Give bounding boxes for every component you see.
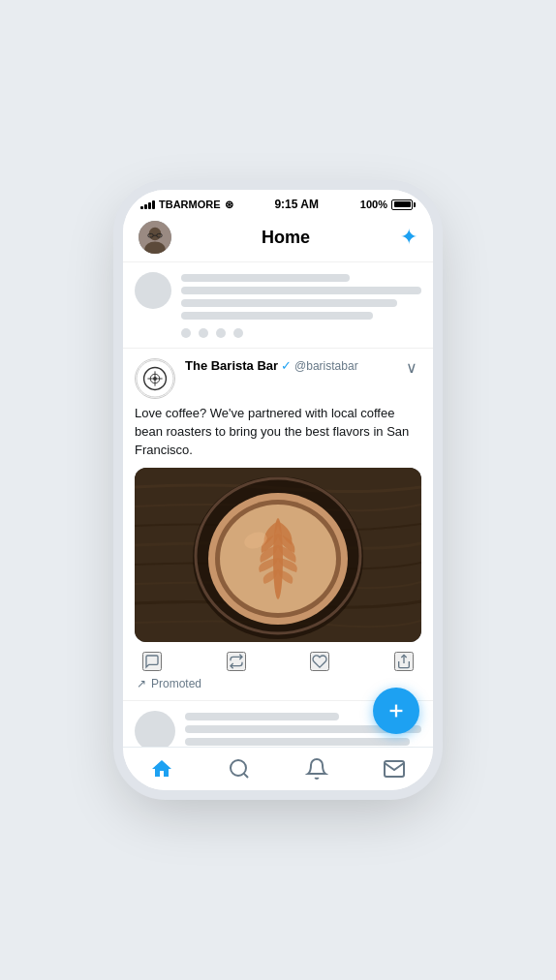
carrier-label: TBARMORE (159, 199, 221, 210)
skeleton-avatar-1 (135, 272, 171, 309)
avatar[interactable] (139, 221, 171, 254)
nav-notifications[interactable] (305, 757, 328, 781)
verified-badge-icon: ✓ (281, 358, 292, 373)
wifi-icon: ⊛ (225, 199, 233, 211)
promoted-row: ↗ Promoted (135, 677, 421, 690)
skeleton-line (181, 312, 373, 320)
nav-messages[interactable] (383, 757, 406, 781)
compose-fab-button[interactable] (373, 688, 419, 734)
status-left: TBARMORE ⊛ (140, 199, 233, 211)
skeleton-dots (181, 328, 421, 338)
status-time: 9:15 AM (274, 198, 319, 211)
skeleton-line (181, 274, 350, 282)
skeleton-tweet-1 (123, 262, 433, 349)
skeleton-content-1 (181, 272, 421, 338)
tweet-image (135, 468, 421, 642)
page-title: Home (262, 228, 310, 248)
tweet-handle: @baristabar (294, 359, 358, 373)
tweet-text: Love coffee? We've partnered with local … (135, 405, 421, 460)
bottom-nav (123, 747, 433, 790)
tweet-avatar[interactable] (135, 358, 175, 399)
share-button[interactable] (394, 652, 414, 671)
skeleton-line (181, 287, 421, 294)
skeleton-line (185, 738, 410, 746)
signal-bars-icon (140, 199, 155, 209)
nav-search[interactable] (228, 757, 251, 781)
status-bar: TBARMORE ⊛ 9:15 AM 100% (123, 190, 433, 215)
tweet-meta: The Barista Bar ✓ @baristabar ∨ (185, 358, 421, 399)
tweet-name-row: The Barista Bar ✓ @baristabar (185, 358, 402, 373)
promoted-tweet: The Barista Bar ✓ @baristabar ∨ Love cof… (123, 349, 433, 701)
tweet-actions (135, 650, 421, 673)
skeleton-avatar-2 (135, 711, 175, 747)
svg-line-24 (244, 774, 248, 778)
skeleton-dot (181, 328, 191, 338)
skeleton-dot (199, 328, 208, 338)
svg-point-11 (153, 377, 157, 381)
svg-point-23 (231, 760, 246, 776)
skeleton-dot (216, 328, 226, 338)
tweet-name: The Barista Bar (185, 358, 278, 373)
promoted-icon: ↗ (137, 677, 146, 690)
battery-percent: 100% (360, 199, 387, 210)
battery-icon (391, 199, 416, 210)
tweet-header: The Barista Bar ✓ @baristabar ∨ (135, 358, 421, 399)
phone-frame: TBARMORE ⊛ 9:15 AM 100% Home ✦ (123, 190, 433, 790)
tweet-more-button[interactable]: ∨ (402, 358, 421, 377)
like-button[interactable] (310, 652, 329, 671)
retweet-button[interactable] (227, 652, 246, 671)
skeleton-line (181, 299, 397, 307)
app-header: Home ✦ (123, 215, 433, 262)
promoted-label: Promoted (151, 677, 201, 690)
skeleton-dot (233, 328, 243, 338)
sparkle-icon[interactable]: ✦ (400, 225, 417, 250)
nav-home[interactable] (150, 757, 173, 781)
comment-button[interactable] (142, 652, 162, 671)
status-right: 100% (360, 199, 416, 210)
feed: The Barista Bar ✓ @baristabar ∨ Love cof… (123, 262, 433, 747)
skeleton-line (185, 713, 339, 720)
